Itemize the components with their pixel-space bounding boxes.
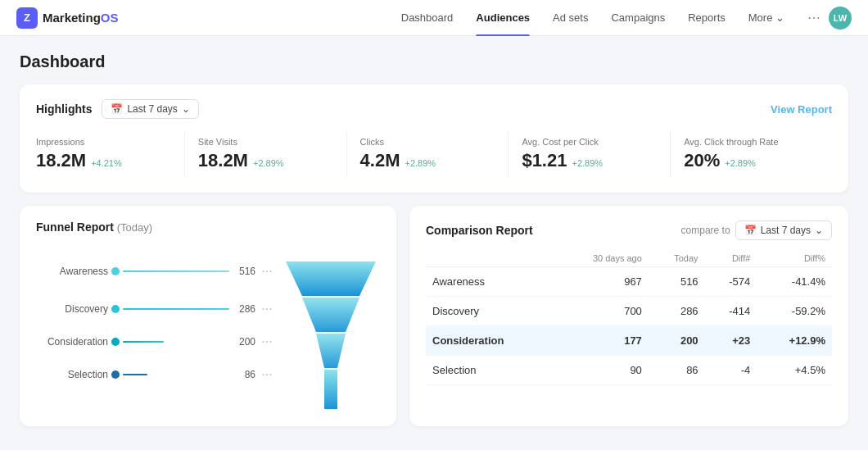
metric-value: 18.2M +2.89%	[198, 150, 333, 171]
logo-icon: Z	[16, 7, 38, 29]
metric-label: Impressions	[36, 137, 171, 147]
funnel-count-selection: 86	[233, 369, 255, 380]
row-diffn: -574	[705, 267, 757, 297]
col-header-diffn: Diff#	[705, 250, 757, 267]
highlights-left: Highlights 📅 Last 7 days ⌄	[36, 99, 199, 119]
row-label: Consideration	[426, 326, 554, 356]
compare-to-label: compare to	[681, 225, 730, 236]
highlights-header: Highlights 📅 Last 7 days ⌄ View Report	[36, 99, 832, 119]
col-header-label	[426, 250, 554, 267]
highlights-date-button[interactable]: 📅 Last 7 days ⌄	[102, 99, 198, 119]
comparison-card: Comparison Report compare to 📅 Last 7 da…	[409, 206, 848, 426]
metric-change: +2.89%	[253, 158, 284, 168]
metric-label: Clicks	[360, 137, 495, 147]
funnel-labels-col: Awareness 516 ··· Discovery 286 ···	[36, 245, 275, 391]
page-title: Dashboard	[20, 52, 848, 71]
table-header-row: 30 days ago Today Diff# Diff%	[426, 250, 832, 267]
nav-campaigns[interactable]: Campaigns	[601, 0, 675, 36]
metric-number: $1.21	[522, 150, 567, 171]
nav-more[interactable]: More ⌄	[739, 0, 794, 36]
chevron-down-icon: ⌄	[182, 103, 190, 115]
row-today: 516	[649, 267, 705, 297]
funnel-action-consideration[interactable]: ···	[259, 334, 275, 349]
grid-icon[interactable]: ⋯	[807, 10, 821, 25]
row-30days: 700	[554, 297, 649, 326]
funnel-bar-awareness	[123, 270, 229, 272]
funnel-title: Funnel Report (Today)	[36, 220, 380, 234]
funnel-label-discovery: Discovery	[36, 303, 108, 315]
funnel-title-text: Funnel Report	[36, 220, 114, 234]
row-today: 286	[649, 297, 705, 326]
nav-audiences[interactable]: Audiences	[466, 0, 540, 36]
row-diffp: -41.4%	[757, 267, 832, 297]
funnel-count-discovery: 286	[233, 303, 255, 315]
row-diffn: -4	[705, 356, 757, 385]
compare-to-area: compare to 📅 Last 7 days ⌄	[681, 220, 832, 240]
nav-right: ⋯ LW	[807, 7, 852, 30]
calendar-icon-2: 📅	[744, 225, 757, 236]
comparison-date-button[interactable]: 📅 Last 7 days ⌄	[735, 220, 832, 240]
funnel-label-selection: Selection	[36, 369, 108, 380]
comparison-table: 30 days ago Today Diff# Diff% Awareness …	[426, 250, 832, 385]
funnel-svg	[282, 253, 380, 409]
funnel-row-selection: Selection 86 ···	[36, 358, 275, 391]
metric-avg-ctr: Avg. Click through Rate 20% +2.89%	[671, 130, 832, 178]
row-30days: 177	[554, 326, 649, 356]
funnel-action-discovery[interactable]: ···	[259, 302, 275, 316]
metric-value: 20% +2.89%	[684, 150, 819, 171]
funnel-bar-discovery	[123, 308, 229, 310]
highlights-card: Highlights 📅 Last 7 days ⌄ View Report I…	[20, 84, 848, 193]
view-report-link[interactable]: View Report	[771, 103, 832, 116]
funnel-row-consideration: Consideration 200 ···	[36, 325, 275, 358]
table-row-consideration: Consideration 177 200 +23 +12.9%	[426, 326, 832, 356]
nav-links: Dashboard Audiences Ad sets Campaigns Re…	[391, 0, 794, 36]
funnel-row-discovery: Discovery 286 ···	[36, 293, 275, 325]
funnel-count-consideration: 200	[233, 336, 255, 348]
metric-change: +2.89%	[572, 158, 603, 168]
row-label: Awareness	[426, 267, 554, 297]
row-label: Discovery	[426, 297, 554, 326]
bottom-row: Funnel Report (Today) Awareness 516 ···	[20, 206, 848, 439]
funnel-body: Awareness 516 ··· Discovery 286 ···	[36, 245, 380, 411]
main-content: Dashboard Highlights 📅 Last 7 days ⌄ Vie…	[0, 36, 868, 450]
row-30days: 967	[554, 267, 649, 297]
row-today: 200	[649, 326, 705, 356]
metric-clicks: Clicks 4.2M +2.89%	[347, 130, 509, 178]
funnel-action-selection[interactable]: ···	[259, 367, 275, 382]
row-diffp: -59.2%	[757, 297, 832, 326]
funnel-dot-consideration	[111, 338, 120, 346]
highlights-label: Highlights	[36, 102, 92, 116]
funnel-row-awareness: Awareness 516 ···	[36, 250, 275, 293]
row-diffp: +12.9%	[757, 326, 832, 356]
row-today: 86	[649, 356, 705, 385]
funnel-dot-discovery	[111, 305, 120, 313]
col-header-diffp: Diff%	[757, 250, 832, 267]
funnel-label-consideration: Consideration	[36, 336, 108, 348]
table-row-discovery: Discovery 700 286 -414 -59.2%	[426, 297, 832, 326]
funnel-dot-awareness	[111, 267, 120, 275]
row-30days: 90	[554, 356, 649, 385]
nav-dashboard[interactable]: Dashboard	[391, 0, 463, 36]
avatar[interactable]: LW	[829, 7, 852, 30]
metrics-row: Impressions 18.2M +4.21% Site Visits 18.…	[36, 130, 832, 178]
metric-number: 18.2M	[36, 150, 86, 171]
metric-site-visits: Site Visits 18.2M +2.89%	[185, 130, 347, 178]
metric-value: 4.2M +2.89%	[360, 150, 495, 171]
row-diffn: +23	[705, 326, 757, 356]
comparison-header: Comparison Report compare to 📅 Last 7 da…	[426, 220, 832, 240]
metric-label: Site Visits	[198, 137, 333, 147]
comparison-title: Comparison Report	[426, 224, 533, 237]
metric-change: +2.89%	[405, 158, 436, 168]
metric-change: +2.89%	[725, 158, 756, 168]
nav-adsets[interactable]: Ad sets	[543, 0, 598, 36]
metric-avg-cost: Avg. Cost per Click $1.21 +2.89%	[509, 130, 671, 178]
nav-reports[interactable]: Reports	[678, 0, 735, 36]
calendar-icon: 📅	[111, 103, 123, 115]
table-row-selection: Selection 90 86 -4 +4.5%	[426, 356, 832, 385]
funnel-card: Funnel Report (Today) Awareness 516 ···	[20, 206, 396, 426]
row-diffp: +4.5%	[757, 356, 832, 385]
funnel-action-awareness[interactable]: ···	[259, 264, 275, 279]
funnel-subtitle: (Today)	[117, 221, 152, 234]
highlights-date-label: Last 7 days	[127, 103, 177, 115]
funnel-dot-selection	[111, 370, 120, 379]
